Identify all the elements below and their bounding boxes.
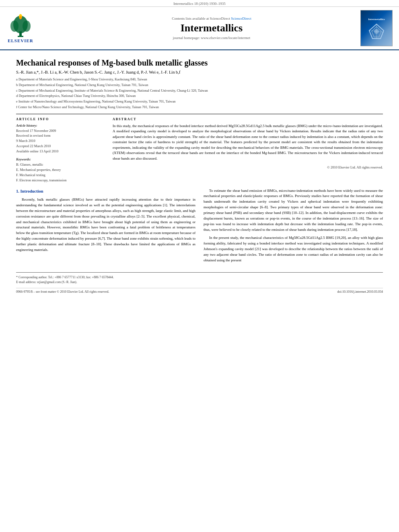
journal-header-right: Intermetallics — [352, 10, 393, 46]
affiliation-c: c Department of Mechanical Engineering; … — [16, 88, 383, 93]
body-col-left: 1. Introduction Recently, bulk metallic … — [16, 188, 195, 266]
accepted-date: Accepted 22 March 2010 — [16, 144, 105, 149]
journal-title: Intermetallics — [71, 22, 352, 34]
svg-point-2 — [10, 21, 19, 32]
elsevier-label: ELSEVIER — [8, 38, 33, 43]
authors-text: S.-R. Jian a,*, J.-B. Li a, K.-W. Chen b… — [16, 70, 180, 74]
affiliation-e: e Institute of Nanotechnology and Micros… — [16, 99, 383, 104]
received-date: Received 17 November 2009 — [16, 129, 105, 134]
article-info-column: ARTICLE INFO Article history: Received 1… — [16, 117, 105, 183]
elsevier-logo: ELSEVIER — [6, 13, 35, 43]
article-history: Article history: Received 17 November 20… — [16, 123, 105, 154]
journal-cover-title: Intermetallics — [367, 17, 386, 22]
intro-col2-para2: In the present study, the mechanical cha… — [204, 235, 383, 263]
keywords-block: Keywords: B. Glasses, metallic E. Mechan… — [16, 157, 105, 183]
corresponding-author: * Corresponding author. Tel.: +886 7 657… — [16, 275, 383, 280]
page-footer: 0966-9795/$ – see front matter © 2010 El… — [16, 288, 383, 294]
keyword-4: F. Electron microscopy, transmission — [16, 178, 105, 183]
journal-header-left: ELSEVIER — [6, 13, 71, 43]
affiliation-f: f Center for Micro/Nano Science and Tech… — [16, 105, 383, 110]
sciencedirect-anchor[interactable]: ScienceDirect — [231, 16, 251, 21]
svg-point-3 — [23, 21, 31, 32]
journal-issue: Intermetallics 18 (2010) 1930–1935 — [173, 2, 226, 6]
intro-para1: Recently, bulk metallic glasses (BMGs) h… — [16, 197, 195, 253]
article-title: Mechanical responses of Mg-based bulk me… — [16, 58, 383, 68]
copyright-notice: © 2010 Elsevier Ltd. All rights reserved… — [113, 164, 383, 169]
affiliation-a: a Department of Materials Science and En… — [16, 77, 383, 82]
footnote-area: * Corresponding author. Tel.: +886 7 657… — [16, 272, 383, 285]
journal-homepage: journal homepage: www.elsevier.com/locat… — [71, 36, 352, 40]
journal-cover-image: Intermetallics — [360, 10, 393, 46]
history-label: Article history: — [16, 123, 105, 127]
keyword-2: E. Mechanical properties, theory — [16, 168, 105, 173]
elsevier-tree-icon — [6, 13, 35, 37]
body-col-right: To estimate the shear band emission of B… — [204, 188, 383, 266]
authors-line: S.-R. Jian a,*, J.-B. Li a, K.-W. Chen b… — [16, 70, 383, 74]
keyword-1: B. Glasses, metallic — [16, 162, 105, 167]
keyword-3: F. Mechanical testing — [16, 173, 105, 178]
abstract-text: In this study, the mechanical responses … — [113, 123, 383, 162]
keywords-label: Keywords: — [16, 157, 105, 161]
main-content: Mechanical responses of Mg-based bulk me… — [0, 50, 399, 298]
journal-header-center: Contents lists available at ScienceDirec… — [71, 16, 352, 40]
email-address: E-mail address: srjian@gmail.com (S.-R. … — [16, 280, 383, 285]
intro-col2-para1: To estimate the shear band emission of B… — [204, 188, 383, 233]
available-online: Available online 13 April 2010 — [16, 149, 105, 154]
abstract-column: ABSTRACT In this study, the mechanical r… — [113, 117, 383, 183]
affiliation-d: d Department of Electrophysics, National… — [16, 93, 383, 99]
svg-rect-4 — [18, 36, 23, 37]
intro-heading: 1. Introduction — [16, 188, 195, 195]
body-section: 1. Introduction Recently, bulk metallic … — [16, 188, 383, 266]
article-info-abstract-section: ARTICLE INFO Article history: Received 1… — [16, 114, 383, 183]
top-bar: Intermetallics 18 (2010) 1930–1935 — [0, 0, 399, 7]
received-revised-label: Received in revised form — [16, 134, 105, 138]
journal-header: ELSEVIER Contents lists available at Sci… — [0, 7, 399, 50]
article-info-label: ARTICLE INFO — [16, 117, 105, 121]
doi-footer: doi:10.1016/j.intermet.2010.03.034 — [337, 290, 383, 294]
affiliations: a Department of Materials Science and En… — [16, 77, 383, 110]
issn-footer: 0966-9795/$ – see front matter © 2010 El… — [16, 290, 109, 294]
abstract-label: ABSTRACT — [113, 117, 383, 121]
svg-point-6 — [19, 16, 22, 19]
revised-date: 9 March 2010 — [16, 139, 105, 144]
journal-cover-graphic — [368, 23, 385, 39]
sciencedirect-link: Contents lists available at ScienceDirec… — [71, 16, 352, 21]
affiliation-b: b Department of Mechanical Engineering, … — [16, 82, 383, 88]
